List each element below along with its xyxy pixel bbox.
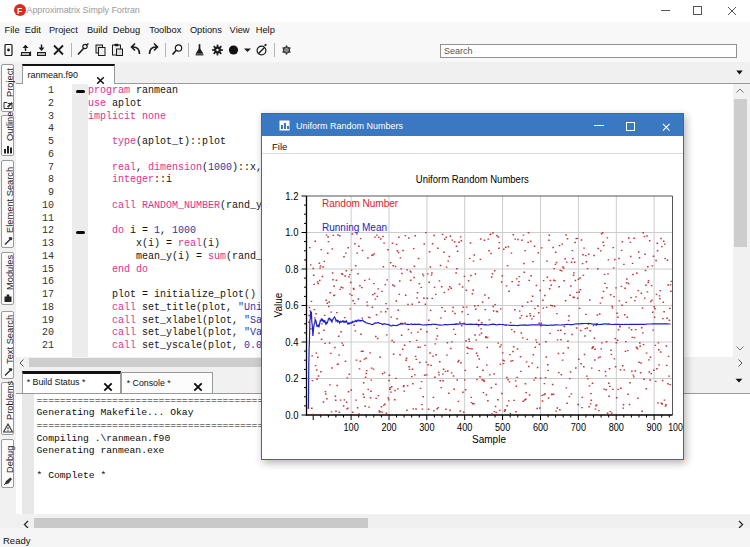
svg-text:1.2: 1.2 (285, 190, 298, 202)
svg-text:Sample: Sample (472, 434, 506, 445)
svg-text:1000: 1000 (668, 421, 683, 433)
svg-text:200: 200 (381, 421, 396, 433)
svg-text:800: 800 (609, 421, 624, 433)
svg-text:0.4: 0.4 (285, 336, 298, 348)
svg-text:0.8: 0.8 (285, 263, 298, 275)
svg-text:600: 600 (533, 421, 548, 433)
svg-text:700: 700 (571, 421, 586, 433)
svg-text:0.0: 0.0 (285, 409, 298, 421)
svg-text:100: 100 (344, 421, 359, 433)
svg-text:400: 400 (457, 421, 472, 433)
svg-text:500: 500 (495, 421, 510, 433)
svg-text:0.6: 0.6 (285, 299, 298, 311)
svg-text:Uniform Random Numbers: Uniform Random Numbers (416, 173, 529, 185)
svg-text:1.0: 1.0 (285, 226, 298, 238)
svg-text:Value: Value (273, 292, 284, 317)
svg-text:Running Mean: Running Mean (322, 222, 387, 233)
svg-text:300: 300 (419, 421, 434, 433)
svg-text:0.2: 0.2 (285, 372, 298, 384)
svg-text:Random Number: Random Number (322, 198, 399, 209)
svg-text:900: 900 (647, 421, 662, 433)
